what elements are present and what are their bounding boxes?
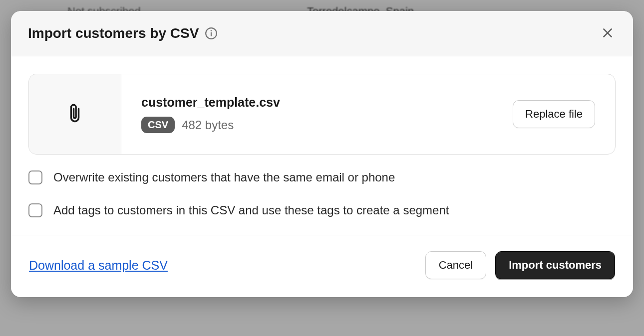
file-icon-area xyxy=(29,74,121,154)
file-type-badge: CSV xyxy=(141,117,175,133)
import-customers-button[interactable]: Import customers xyxy=(495,251,615,279)
checkbox-list: Overwrite existing customers that have t… xyxy=(28,170,616,217)
file-meta: CSV 482 bytes xyxy=(141,117,280,133)
svg-point-2 xyxy=(211,30,212,31)
replace-file-button[interactable]: Replace file xyxy=(513,100,595,128)
footer-buttons: Cancel Import customers xyxy=(425,251,615,279)
file-info: customer_template.csv CSV 482 bytes Repl… xyxy=(121,74,615,154)
file-name: customer_template.csv xyxy=(141,95,280,110)
modal-title: Import customers by CSV xyxy=(28,25,199,41)
info-icon[interactable] xyxy=(205,27,218,40)
modal-title-wrap: Import customers by CSV xyxy=(28,25,218,41)
modal-footer: Download a sample CSV Cancel Import cust… xyxy=(11,235,633,297)
file-size: 482 bytes xyxy=(182,118,234,132)
attachment-icon xyxy=(66,103,84,126)
modal-header: Import customers by CSV xyxy=(11,11,633,56)
cancel-button[interactable]: Cancel xyxy=(425,251,486,279)
file-card: customer_template.csv CSV 482 bytes Repl… xyxy=(28,74,616,155)
add-tags-checkbox-label[interactable]: Add tags to customers in this CSV and us… xyxy=(53,203,449,217)
import-customers-modal: Import customers by CSV xyxy=(11,11,633,297)
file-text: customer_template.csv CSV 482 bytes xyxy=(141,95,280,133)
modal-body: customer_template.csv CSV 482 bytes Repl… xyxy=(11,56,633,235)
add-tags-checkbox-row[interactable]: Add tags to customers in this CSV and us… xyxy=(28,203,616,217)
download-sample-link[interactable]: Download a sample CSV xyxy=(29,258,168,273)
add-tags-checkbox[interactable] xyxy=(28,203,42,217)
close-icon xyxy=(601,26,614,41)
overwrite-checkbox-row[interactable]: Overwrite existing customers that have t… xyxy=(28,170,616,184)
close-button[interactable] xyxy=(599,25,616,42)
overwrite-checkbox-label[interactable]: Overwrite existing customers that have t… xyxy=(53,170,395,184)
overwrite-checkbox[interactable] xyxy=(28,170,42,184)
